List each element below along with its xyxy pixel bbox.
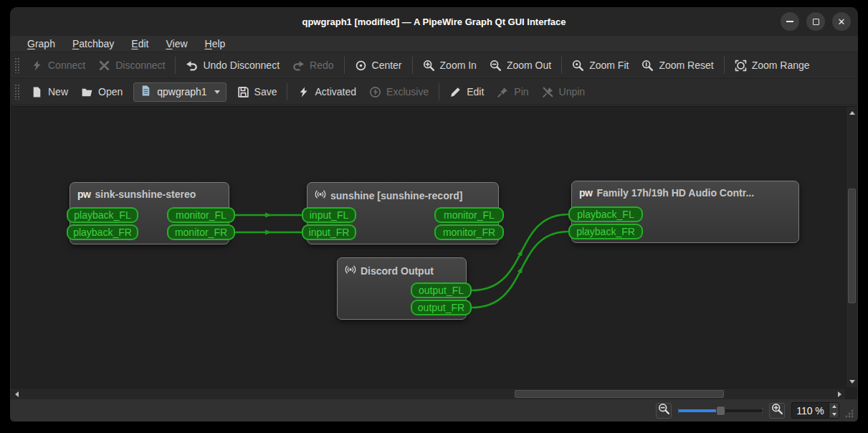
app-window: qpwgraph1 [modified] — A PipeWire Graph … [10, 7, 858, 422]
port-input-fr[interactable]: input_FR [302, 224, 356, 240]
port-monitor-fl[interactable]: monitor_FL [434, 207, 504, 223]
maximize-button[interactable] [806, 12, 825, 31]
zoom-fit-button[interactable]: Zoom Fit [566, 56, 635, 75]
scroll-left-button[interactable] [11, 389, 22, 400]
toolbar-button-label: Unpin [559, 86, 586, 97]
open-button[interactable]: Open [75, 82, 129, 102]
undo-disconnect-button[interactable]: Undo Disconnect [179, 56, 286, 75]
titlebar[interactable]: qpwgraph1 [modified] — A PipeWire Graph … [10, 7, 858, 36]
toolbar-separator [344, 57, 345, 74]
exclusive-button[interactable]: Exclusive [363, 82, 435, 102]
port-playback-fr[interactable]: playback_FR [568, 224, 643, 239]
toolbar-button-label: Zoom Reset [659, 60, 713, 71]
save-button[interactable]: Save [231, 82, 284, 102]
zoom-out-icon [490, 60, 502, 72]
center-button[interactable]: Center [348, 56, 409, 75]
toolbar-separator [724, 57, 725, 74]
port-playback-fr[interactable]: playback_FR [67, 224, 138, 240]
zoom-range-icon [735, 60, 747, 72]
window-controls: ✕ [781, 12, 851, 31]
port-playback-fl[interactable]: playback_FL [67, 207, 138, 223]
pin-button[interactable]: Pin [490, 82, 535, 102]
toolbar-button-label: New [48, 86, 68, 97]
minimize-icon [786, 21, 793, 22]
redo-button[interactable]: Redo [286, 56, 340, 75]
toolbar-button-label: Zoom In [440, 60, 477, 71]
scroll-down-button[interactable] [846, 376, 858, 387]
horizontal-scrollbar[interactable] [11, 388, 845, 399]
port-input-fl[interactable]: input_FL [302, 207, 356, 223]
zoom-slider-handle[interactable] [716, 406, 725, 416]
statusbar: 110 % [10, 399, 858, 422]
port-playback-fl[interactable]: playback_FL [568, 206, 643, 222]
graph-canvas[interactable]: pwsink-sunshine-stereoplayback_FLplaybac… [11, 106, 857, 399]
toolbar-separator [287, 83, 287, 100]
toolbar-separator [561, 57, 562, 74]
toolbar-button-label: Undo Disconnect [203, 60, 280, 71]
resize-grip[interactable] [844, 409, 854, 419]
zoom-fit-icon [572, 60, 584, 72]
connect-button[interactable]: Connect [24, 56, 92, 75]
zoom-spinbox[interactable]: 110 % [791, 402, 839, 419]
zoom-value[interactable]: 110 % [791, 402, 829, 419]
zoom-in-button[interactable]: Zoom In [416, 56, 483, 75]
patchbay-select-value: qpwgraph1 [157, 86, 206, 97]
port-monitor-fr[interactable]: monitor_FR [167, 224, 235, 240]
open-folder-icon [81, 86, 93, 98]
zoom-out-button[interactable]: Zoom Out [483, 56, 558, 75]
toolbar-button-label: Activated [315, 86, 356, 97]
horizontal-scrollbar-thumb[interactable] [515, 390, 724, 398]
toolbar-drag-handle[interactable] [14, 57, 20, 73]
new-button[interactable]: New [24, 82, 75, 102]
edit-icon [449, 86, 462, 98]
vertical-scrollbar[interactable] [846, 107, 857, 387]
scroll-right-button[interactable] [834, 389, 845, 400]
graph-toolbar: ConnectDisconnectUndo DisconnectRedoCent… [10, 52, 858, 79]
arrow-up-icon [849, 111, 855, 115]
menu-edit[interactable]: Edit [123, 37, 157, 51]
port-monitor-fr[interactable]: monitor_FR [434, 224, 504, 240]
port-output-fl[interactable]: output_FL [411, 282, 472, 298]
toolbar-button-label: Disconnect [115, 60, 165, 71]
patchbay-select-combo[interactable]: qpwgraph1 [133, 82, 226, 102]
spin-up-button[interactable] [829, 403, 839, 411]
minimize-button[interactable] [781, 12, 799, 31]
vertical-scrollbar-thumb[interactable] [848, 189, 856, 303]
arrow-right-icon [838, 391, 841, 397]
arrow-left-icon [15, 391, 19, 397]
activated-button[interactable]: Activated [291, 82, 363, 102]
zoom-slider[interactable] [678, 404, 763, 418]
menu-view[interactable]: View [157, 37, 196, 51]
arrow-down-icon [849, 380, 855, 384]
unpin-button[interactable]: Unpin [535, 82, 592, 102]
zoom-range-button[interactable]: Zoom Range [728, 56, 816, 75]
edit-button[interactable]: Edit [443, 82, 490, 102]
menu-patchbay[interactable]: Patchbay [64, 37, 123, 51]
toolbar-button-label: Center [372, 60, 402, 71]
toolbar-button-label: Save [254, 86, 277, 97]
port-output-fr[interactable]: output_FR [411, 300, 472, 315]
menu-help[interactable]: Help [196, 37, 234, 51]
toolbar-separator [175, 57, 176, 74]
scroll-up-button[interactable] [846, 107, 858, 118]
save-icon [237, 86, 249, 98]
spin-down-button[interactable] [829, 411, 839, 419]
toolbar-button-label: Zoom Out [507, 60, 551, 71]
close-button[interactable]: ✕ [832, 12, 851, 31]
broadcast-icon [315, 189, 326, 203]
disconnect-icon [98, 60, 110, 72]
port-monitor-fl[interactable]: monitor_FL [167, 207, 235, 223]
pipewire-icon: pw [77, 189, 90, 200]
statusbar-zoom-in-button[interactable] [769, 403, 785, 419]
node-title: Discord Output [361, 265, 434, 277]
close-icon: ✕ [838, 17, 846, 27]
broadcast-icon [345, 264, 356, 278]
disconnect-button[interactable]: Disconnect [92, 56, 171, 75]
zoom-reset-button[interactable]: Zoom Reset [635, 56, 720, 75]
statusbar-zoom-out-button[interactable] [656, 403, 672, 419]
pipewire-icon: pw [579, 187, 592, 199]
toolbar-button-label: Exclusive [386, 86, 429, 97]
menu-graph[interactable]: Graph [19, 37, 64, 51]
toolbar-drag-handle[interactable] [14, 84, 20, 100]
toolbar-button-label: Pin [514, 86, 528, 97]
